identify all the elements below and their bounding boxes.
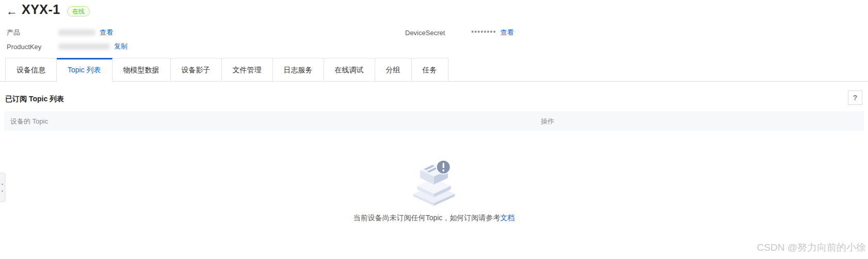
product-view-link[interactable]: 查看 (100, 28, 113, 37)
tab-bar: 设备信息 Topic 列表 物模型数据 设备影子 文件管理 日志服务 在线调试 … (0, 58, 868, 82)
column-header-action: 操作 (541, 117, 554, 126)
productkey-copy-link[interactable]: 复制 (114, 42, 127, 51)
devicesecret-label: DeviceSecret (405, 29, 471, 37)
tab-online-debug[interactable]: 在线调试 (324, 58, 375, 82)
alert-icon (437, 160, 451, 174)
productkey-label: ProductKey (7, 43, 58, 51)
back-icon[interactable]: ← (6, 5, 18, 18)
status-badge: 在线 (67, 6, 90, 17)
tab-task[interactable]: 任务 (412, 58, 448, 82)
empty-stack-icon (410, 154, 458, 207)
tab-device-shadow[interactable]: 设备影子 (171, 58, 222, 82)
productkey-row: ProductKey 复制 (7, 42, 127, 51)
empty-message-text: 当前设备尚未订阅任何Topic，如何订阅请参考 (353, 214, 501, 222)
productkey-value-masked (58, 43, 110, 50)
tab-group[interactable]: 分组 (375, 58, 412, 82)
product-label: 产品 (7, 28, 58, 37)
drawer-handle-dot (2, 184, 3, 185)
devicesecret-view-link[interactable]: 查看 (500, 28, 513, 37)
column-header-topic: 设备的 Topic (10, 117, 48, 126)
product-value-masked (58, 29, 95, 36)
watermark: CSDN @努力向前的小徐 (757, 241, 866, 254)
empty-state: 当前设备尚未订阅任何Topic，如何订阅请参考文档 (0, 154, 868, 223)
tab-log-service[interactable]: 日志服务 (273, 58, 324, 82)
tab-thing-model-data[interactable]: 物模型数据 (112, 58, 171, 82)
tab-device-info[interactable]: 设备信息 (5, 58, 57, 82)
section-title: 已订阅 Topic 列表 (5, 95, 64, 104)
product-row: 产品 查看 (7, 28, 113, 37)
drawer-handle[interactable] (0, 173, 5, 202)
page-title: XYX-1 (22, 2, 60, 17)
tab-topic-list[interactable]: Topic 列表 (57, 58, 112, 82)
tab-file-management[interactable]: 文件管理 (222, 58, 273, 82)
devicesecret-value: ******** (471, 29, 496, 37)
help-icon[interactable]: ? (848, 90, 862, 105)
drawer-handle-dot (2, 190, 3, 192)
device-detail-page: ← XYX-1 在线 产品 查看 ProductKey 复制 DeviceSec… (0, 0, 868, 259)
devicesecret-row: DeviceSecret ******** 查看 (405, 28, 513, 37)
empty-message: 当前设备尚未订阅任何Topic，如何订阅请参考文档 (0, 214, 868, 223)
table-header-row: 设备的 Topic 操作 (4, 111, 864, 131)
docs-link[interactable]: 文档 (500, 214, 515, 222)
